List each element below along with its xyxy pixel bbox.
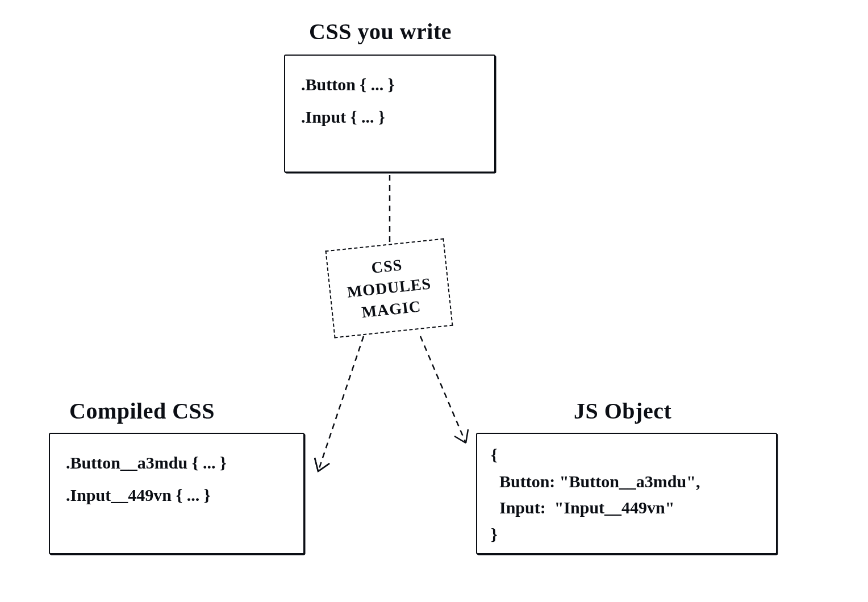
top-box-css-you-write: .Button { ... } .Input { ... } — [284, 55, 495, 173]
diagram-canvas: CSS you write .Button { ... } .Input { .… — [0, 0, 868, 602]
connector-magic-to-right — [420, 336, 468, 443]
svg-line-4 — [454, 436, 466, 443]
right-box-line-1: { — [491, 442, 762, 469]
svg-line-5 — [466, 429, 468, 443]
connector-magic-to-left — [315, 336, 364, 471]
left-box-line-2: .Input__449vn { ... } — [66, 479, 287, 511]
right-box-line-4: } — [491, 521, 762, 548]
left-title: Compiled CSS — [69, 398, 215, 424]
left-box-line-1: .Button__a3mdu { ... } — [66, 446, 287, 479]
left-box-compiled-css: .Button__a3mdu { ... } .Input__449vn { .… — [49, 433, 304, 554]
top-box-line-1: .Button { ... } — [301, 68, 478, 101]
svg-line-2 — [318, 463, 329, 471]
right-box-line-2: Button: "Button__a3mdu", — [491, 469, 762, 495]
svg-line-3 — [420, 336, 466, 443]
right-box-line-3: Input: "Input__449vn" — [491, 495, 762, 521]
right-title: JS Object — [574, 398, 671, 424]
top-box-line-2: .Input { ... } — [301, 101, 478, 133]
top-title: CSS you write — [309, 18, 452, 45]
svg-line-1 — [315, 458, 318, 471]
magic-box: CSS MODULES MAGIC — [325, 238, 453, 338]
right-box-js-object: { Button: "Button__a3mdu", Input: "Input… — [476, 433, 777, 554]
svg-line-0 — [318, 336, 364, 471]
